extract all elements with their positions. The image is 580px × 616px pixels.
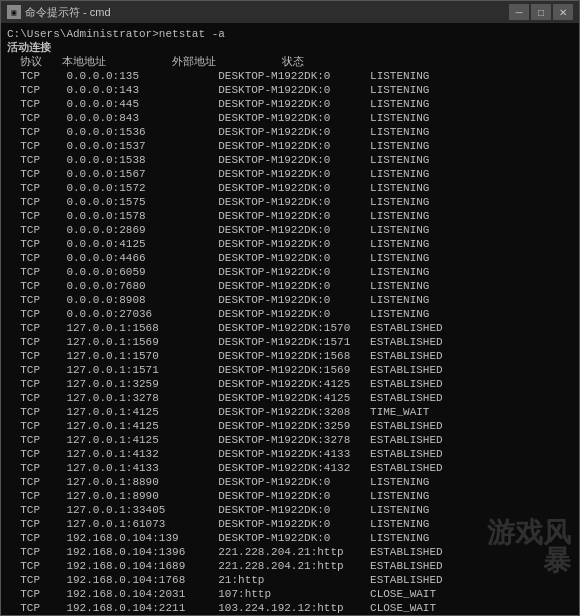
table-row: TCP 0.0.0.0:843 DESKTOP-M1922DK:0 LISTEN… — [7, 111, 573, 125]
table-row: TCP 192.168.0.104:2211 103.224.192.12:ht… — [7, 601, 573, 615]
table-row: TCP 127.0.0.1:4125 DESKTOP-M1922DK:3278 … — [7, 433, 573, 447]
table-row: TCP 0.0.0.0:445 DESKTOP-M1922DK:0 LISTEN… — [7, 97, 573, 111]
section-header: 活动连接 — [7, 41, 573, 55]
table-row: TCP 192.168.0.104:139 DESKTOP-M1922DK:0 … — [7, 531, 573, 545]
table-row: TCP 0.0.0.0:143 DESKTOP-M1922DK:0 LISTEN… — [7, 83, 573, 97]
table-row: TCP 0.0.0.0:1575 DESKTOP-M1922DK:0 LISTE… — [7, 195, 573, 209]
table-row: TCP 192.168.0.104:1396 221.228.204.21:ht… — [7, 545, 573, 559]
terminal-rows: TCP 0.0.0.0:135 DESKTOP-M1922DK:0 LISTEN… — [7, 69, 573, 615]
table-row: TCP 192.168.0.104:1689 221.228.204.21:ht… — [7, 559, 573, 573]
table-row: TCP 127.0.0.1:1568 DESKTOP-M1922DK:1570 … — [7, 321, 573, 335]
table-row: TCP 127.0.0.1:3259 DESKTOP-M1922DK:4125 … — [7, 377, 573, 391]
close-button[interactable]: ✕ — [553, 4, 573, 20]
table-row: TCP 0.0.0.0:135 DESKTOP-M1922DK:0 LISTEN… — [7, 69, 573, 83]
table-row: TCP 0.0.0.0:1538 DESKTOP-M1922DK:0 LISTE… — [7, 153, 573, 167]
table-row: TCP 0.0.0.0:1536 DESKTOP-M1922DK:0 LISTE… — [7, 125, 573, 139]
table-row: TCP 0.0.0.0:2869 DESKTOP-M1922DK:0 LISTE… — [7, 223, 573, 237]
table-row: TCP 127.0.0.1:4125 DESKTOP-M1922DK:3208 … — [7, 405, 573, 419]
table-row: TCP 127.0.0.1:4132 DESKTOP-M1922DK:4133 … — [7, 447, 573, 461]
maximize-button[interactable]: □ — [531, 4, 551, 20]
table-row: TCP 127.0.0.1:4133 DESKTOP-M1922DK:4132 … — [7, 461, 573, 475]
command-prompt: C:\Users\Administrator>netstat -a — [7, 27, 573, 41]
table-row: TCP 127.0.0.1:1570 DESKTOP-M1922DK:1568 … — [7, 349, 573, 363]
minimize-button[interactable]: ─ — [509, 4, 529, 20]
table-row: TCP 0.0.0.0:6059 DESKTOP-M1922DK:0 LISTE… — [7, 265, 573, 279]
table-row: TCP 0.0.0.0:27036 DESKTOP-M1922DK:0 LIST… — [7, 307, 573, 321]
terminal-icon: ▣ — [7, 5, 21, 19]
table-row: TCP 192.168.0.104:1768 21:http ESTABLISH… — [7, 573, 573, 587]
table-row: TCP 127.0.0.1:3278 DESKTOP-M1922DK:4125 … — [7, 391, 573, 405]
table-row: TCP 0.0.0.0:1537 DESKTOP-M1922DK:0 LISTE… — [7, 139, 573, 153]
table-row: TCP 127.0.0.1:61073 DESKTOP-M1922DK:0 LI… — [7, 517, 573, 531]
table-row: TCP 0.0.0.0:1572 DESKTOP-M1922DK:0 LISTE… — [7, 181, 573, 195]
table-row: TCP 192.168.0.104:2031 107:http CLOSE_WA… — [7, 587, 573, 601]
table-row: TCP 127.0.0.1:1571 DESKTOP-M1922DK:1569 … — [7, 363, 573, 377]
table-row: TCP 127.0.0.1:1569 DESKTOP-M1922DK:1571 … — [7, 335, 573, 349]
table-row: TCP 0.0.0.0:7680 DESKTOP-M1922DK:0 LISTE… — [7, 279, 573, 293]
table-row: TCP 0.0.0.0:4466 DESKTOP-M1922DK:0 LISTE… — [7, 251, 573, 265]
table-row: TCP 127.0.0.1:8890 DESKTOP-M1922DK:0 LIS… — [7, 475, 573, 489]
table-row: TCP 0.0.0.0:8908 DESKTOP-M1922DK:0 LISTE… — [7, 293, 573, 307]
table-row: TCP 0.0.0.0:1567 DESKTOP-M1922DK:0 LISTE… — [7, 167, 573, 181]
window-title: 命令提示符 - cmd — [25, 5, 111, 20]
table-row: TCP 127.0.0.1:4125 DESKTOP-M1922DK:3259 … — [7, 419, 573, 433]
table-row: TCP 127.0.0.1:33405 DESKTOP-M1922DK:0 LI… — [7, 503, 573, 517]
window-controls: ─ □ ✕ — [509, 4, 573, 20]
table-row: TCP 0.0.0.0:1578 DESKTOP-M1922DK:0 LISTE… — [7, 209, 573, 223]
table-row: TCP 0.0.0.0:4125 DESKTOP-M1922DK:0 LISTE… — [7, 237, 573, 251]
terminal-body[interactable]: C:\Users\Administrator>netstat -a 活动连接 协… — [1, 23, 579, 615]
title-bar-left: ▣ 命令提示符 - cmd — [7, 5, 111, 20]
title-bar: ▣ 命令提示符 - cmd ─ □ ✕ — [1, 1, 579, 23]
table-row: TCP 127.0.0.1:8990 DESKTOP-M1922DK:0 LIS… — [7, 489, 573, 503]
terminal-window: ▣ 命令提示符 - cmd ─ □ ✕ C:\Users\Administrat… — [0, 0, 580, 616]
column-header: 协议 本地地址 外部地址 状态 — [7, 55, 573, 69]
